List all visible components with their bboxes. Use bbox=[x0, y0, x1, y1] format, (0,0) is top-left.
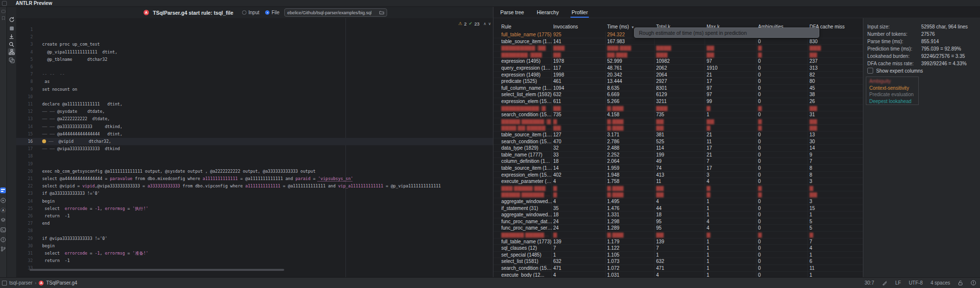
profiler-row[interactable]: table_name (1777)332.2521992109 bbox=[493, 152, 863, 158]
tab-profiler[interactable]: Profiler bbox=[571, 7, 588, 18]
file-radio[interactable] bbox=[265, 10, 270, 15]
code-line-32[interactable]: 32 return -1 bbox=[16, 257, 493, 264]
expert-columns-checkbox[interactable] bbox=[867, 68, 873, 74]
profiler-row[interactable]: data_type (1829)322.48811417014 bbox=[493, 145, 863, 152]
code-line-17[interactable]: 17── ── @vipa333333333333 dtkind bbox=[16, 145, 493, 153]
code-line-14[interactable]: 14── ── @a333333333333 dtkind, bbox=[16, 123, 493, 131]
code-line-5[interactable]: 5 @p_tblname dtchar32 bbox=[16, 56, 493, 63]
profiler-row[interactable]: expression_elem (1589)4021.948413308 bbox=[493, 172, 863, 179]
tab-parse-tree[interactable]: Parse tree bbox=[500, 7, 524, 18]
code-line-21[interactable]: 21select @a444444444444444 = paravalue f… bbox=[16, 175, 493, 183]
input-radio[interactable] bbox=[242, 10, 246, 15]
profiler-row[interactable]: execute_body (12...41.0314101 bbox=[493, 272, 863, 277]
profiler-row[interactable]: ▇▇▇▇▇ ▇▇▇▇▇▇ (▇▇▇.▇▇▇▇▇▇▇▇▇▇ bbox=[493, 118, 863, 125]
code-line-2[interactable]: 2 bbox=[16, 33, 493, 41]
profiler-row[interactable]: full_column_name (17...10948.63583019704… bbox=[493, 85, 863, 92]
caret-position[interactable]: 30:7 bbox=[864, 280, 874, 286]
profiler-row[interactable]: select_list (1581)6321.073632106 bbox=[493, 258, 863, 265]
profiler-row[interactable]: aggregate_windowed...181.33118101 bbox=[493, 211, 863, 218]
line-separator[interactable]: LF bbox=[895, 280, 901, 286]
terminal-icon[interactable] bbox=[0, 227, 6, 233]
profiler-row[interactable]: set_special (1485)11.1051101 bbox=[493, 252, 863, 259]
file-path-field[interactable]: ebelice/Github/tsql-parser/examples/big.… bbox=[284, 8, 387, 17]
col-time[interactable]: Time (ms)▼ bbox=[607, 24, 635, 29]
profiler-row[interactable]: ▇▇▇▇▇▇ ▇▇▇▇▇▇ ▇▇▇▇.▇▇▇▇▇▇▇▇ bbox=[493, 232, 863, 238]
export-icon[interactable] bbox=[8, 33, 15, 40]
notifications-icon[interactable] bbox=[971, 280, 976, 286]
code-line-7[interactable]: 7-- -- -- bbox=[16, 71, 493, 78]
code-line-20[interactable]: 20exec nb_com_getsysconfig @a11111111111… bbox=[16, 168, 493, 175]
profiler-row[interactable]: expression (1495)197852.99910982970237 bbox=[493, 58, 863, 65]
input-radio-label[interactable]: Input bbox=[248, 10, 259, 15]
breadcrumb-file[interactable]: TSqlParser.g4 bbox=[46, 280, 77, 286]
tab-hierarchy[interactable]: Hierarchy bbox=[537, 7, 559, 18]
code-line-25[interactable]: 25 select errorcode = -1, errormsg = '执行… bbox=[16, 205, 493, 212]
code-line-8[interactable]: 8 as bbox=[16, 78, 493, 85]
code-line-12[interactable]: 12── ── @sysdate dtdate, bbox=[16, 108, 493, 115]
profiler-row[interactable]: table_source_item (16...141167.9830830 bbox=[493, 38, 863, 45]
horizontal-scrollbar[interactable] bbox=[29, 269, 284, 271]
profiler-row[interactable]: ▇▇▇▇▇▇▇▇▇▇ (▇▇▇▇.▇▇▇▇▇▇▇▇▇▇ bbox=[493, 105, 863, 112]
profiler-row[interactable]: search_condition (1517)4702.78652511030 bbox=[493, 138, 863, 145]
code-line-23[interactable]: 23if @a333333333333 !='0' bbox=[16, 190, 493, 197]
profiler-row[interactable]: func_proc_name_serv...241.28995405 bbox=[493, 225, 863, 232]
code-line-10[interactable]: 10 bbox=[16, 93, 493, 101]
profiler-row[interactable]: ▇▇▇▇▇▇▇ (▇▇▇▇▇▇▇.▇▇▇▇▇▇▇▇▇▇▇ bbox=[493, 52, 863, 58]
code-line-1[interactable]: 1 bbox=[16, 26, 493, 33]
diff-icon[interactable] bbox=[8, 56, 15, 64]
run-tool-icon[interactable] bbox=[0, 198, 6, 203]
search-icon[interactable] bbox=[8, 41, 15, 48]
highlighting-off-icon[interactable] bbox=[882, 280, 887, 286]
code-line-30[interactable]: 30begin bbox=[16, 242, 493, 250]
profiler-row[interactable]: predicate (1525)46113.444292717080 bbox=[493, 78, 863, 85]
profiler-row[interactable]: expression (1498)199820.342206421082 bbox=[493, 72, 863, 79]
tool-window-icon[interactable] bbox=[2, 1, 7, 6]
code-line-27[interactable]: 27end bbox=[16, 220, 493, 227]
file-radio-label[interactable]: File bbox=[271, 10, 279, 15]
prev-next-problem-icons[interactable]: ∧∨ bbox=[484, 22, 493, 26]
col-invocations[interactable]: Invocations bbox=[553, 24, 578, 29]
code-line-9[interactable]: 9set nocount on bbox=[16, 86, 493, 93]
code-line-11[interactable]: 11declare @a1111111111111 dtint, bbox=[16, 101, 493, 108]
code-editor[interactable]: 123create proc up_com_test4 @p_vipa11111… bbox=[16, 18, 493, 277]
code-line-31[interactable]: 31 select errorcode = -1, errormsg = '准备… bbox=[16, 250, 493, 257]
refresh-icon[interactable] bbox=[8, 16, 15, 23]
intention-bulb-icon[interactable] bbox=[42, 139, 46, 143]
antlr-preview-tool-icon[interactable] bbox=[0, 187, 6, 193]
profiler-row[interactable]: sql_clauses (12)71.1227104 bbox=[493, 245, 863, 252]
antlr-logo-icon[interactable]: A bbox=[0, 208, 6, 213]
profiler-row[interactable]: ▇▇▇ ▇▇▇▇▇ ▇▇▇▇▇.▇▇▇▇▇▇▇▇ bbox=[493, 185, 863, 192]
code-line-13[interactable]: 13── ── @a2222222222 dtdate, bbox=[16, 115, 493, 123]
file-encoding[interactable]: UTF-8 bbox=[909, 280, 923, 286]
layers-icon[interactable] bbox=[0, 217, 6, 223]
code-line-29[interactable]: 29if @vipa333333333333 !='0' bbox=[16, 235, 493, 242]
project-icon[interactable] bbox=[0, 8, 6, 14]
profiler-row[interactable]: search_condition (1519)7354.1587351031 bbox=[493, 111, 863, 118]
unlocked-icon[interactable] bbox=[958, 280, 963, 286]
code-line-3[interactable]: 3create proc up_com_test bbox=[16, 41, 493, 48]
profiler-row[interactable]: column_definition (1421)182.06449707 bbox=[493, 158, 863, 165]
profiler-row[interactable]: full_table_name (1773)1391.179139107 bbox=[493, 238, 863, 245]
show-expert-columns-row[interactable]: Show expert columns bbox=[867, 68, 923, 74]
indent-style[interactable]: 4 spaces bbox=[931, 280, 950, 286]
folder-icon[interactable] bbox=[379, 10, 384, 15]
code-line-26[interactable]: 26 return -1 bbox=[16, 212, 493, 220]
profiler-row[interactable]: query_expression (1527)11748.76120621910… bbox=[493, 65, 863, 72]
profiler-row[interactable]: aggregate_windowed...41.4954103 bbox=[493, 198, 863, 205]
code-line-19[interactable]: 19 bbox=[16, 160, 493, 168]
problems-icon[interactable] bbox=[0, 237, 6, 242]
profiler-row[interactable]: expression_elem (1590)6115.266321199026 bbox=[493, 98, 863, 105]
profiler-row[interactable]: table_source_item (15...141.959741708 bbox=[493, 165, 863, 172]
code-line-22[interactable]: 22select @vipid = vipid,@vipa33333333333… bbox=[16, 183, 493, 190]
code-line-16[interactable]: 16── @vipid dtchar32, bbox=[16, 138, 493, 145]
code-line-18[interactable]: 18 bbox=[16, 153, 493, 160]
bookmarks-icon[interactable] bbox=[0, 15, 6, 21]
profiler-row[interactable]: select_list_elem (1592)6326.669612997038 bbox=[493, 91, 863, 98]
profiler-row[interactable]: table_source_item (15...1273.17138121013 bbox=[493, 131, 863, 138]
code-line-6[interactable]: 6 bbox=[16, 63, 493, 71]
code-line-28[interactable]: 28 bbox=[16, 227, 493, 235]
profiler-row[interactable]: if_statement (31)351.476441015 bbox=[493, 205, 863, 212]
code-line-4[interactable]: 4 @p_vipa1111111111111 dtint, bbox=[16, 49, 493, 56]
code-line-24[interactable]: 24begin bbox=[16, 198, 493, 205]
profiler-row[interactable]: search_condition (1516)4711.0724711011 bbox=[493, 265, 863, 272]
